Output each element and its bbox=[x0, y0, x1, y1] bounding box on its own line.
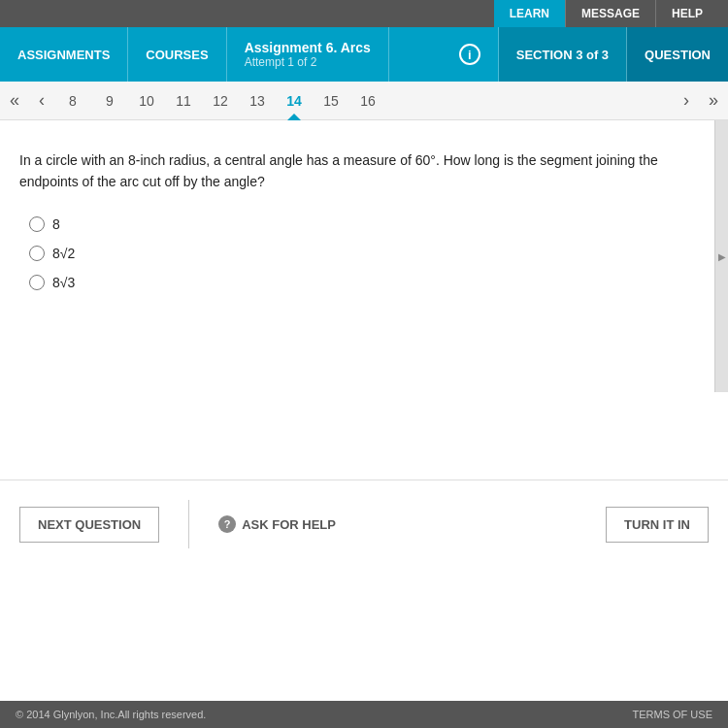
help-nav-item[interactable]: HELP bbox=[656, 0, 718, 27]
info-circle-icon: i bbox=[459, 44, 480, 65]
radio-option-3[interactable] bbox=[29, 275, 45, 290]
side-panel-handle[interactable]: ▶ bbox=[714, 120, 728, 392]
turn-it-in-button[interactable]: TURN IT IN bbox=[606, 507, 709, 543]
question-number-13[interactable]: 13 bbox=[239, 82, 276, 120]
first-question-button[interactable]: « bbox=[0, 82, 29, 119]
courses-nav-item[interactable]: COURSES bbox=[128, 27, 226, 82]
answer-option-3[interactable]: 8√3 bbox=[29, 275, 709, 290]
message-nav-item[interactable]: MESSAGE bbox=[566, 0, 656, 27]
action-bar-divider bbox=[188, 500, 189, 548]
answer-option-2[interactable]: 8√2 bbox=[29, 246, 709, 261]
option-3-label[interactable]: 8√3 bbox=[52, 275, 75, 290]
assignment-info: Assignment 6. Arcs Attempt 1 of 2 bbox=[227, 27, 389, 82]
question-number-15[interactable]: 15 bbox=[313, 82, 349, 120]
nav-spacer bbox=[389, 27, 442, 82]
info-icon-button[interactable]: i bbox=[442, 27, 499, 82]
answer-options: 8 8√2 8√3 bbox=[19, 216, 709, 290]
help-icon: ? bbox=[218, 515, 236, 533]
question-text: In a circle with an 8-inch radius, a cen… bbox=[19, 149, 709, 193]
question-number-10[interactable]: 10 bbox=[128, 82, 165, 120]
assignment-attempt: Attempt 1 of 2 bbox=[245, 55, 371, 69]
option-2-label[interactable]: 8√2 bbox=[52, 246, 75, 261]
content-wrapper: ▶ In a circle with an 8-inch radius, a c… bbox=[0, 120, 728, 568]
last-question-arrow-button[interactable]: » bbox=[699, 82, 728, 120]
next-question-arrow-button[interactable]: › bbox=[674, 82, 699, 120]
next-question-button[interactable]: NEXT QUESTION bbox=[19, 507, 159, 543]
question-nav-item[interactable]: QUESTION bbox=[627, 27, 728, 82]
action-bar: NEXT QUESTION ? ASK FOR HELP TURN IT IN bbox=[0, 480, 728, 568]
assignment-navigation: ASSIGNMENTS COURSES Assignment 6. Arcs A… bbox=[0, 27, 728, 82]
main-content: In a circle with an 8-inch radius, a cen… bbox=[0, 120, 728, 460]
assignment-title: Assignment 6. Arcs bbox=[245, 40, 371, 55]
prev-question-button[interactable]: ‹ bbox=[29, 82, 54, 119]
answer-option-1[interactable]: 8 bbox=[29, 216, 709, 232]
option-1-label[interactable]: 8 bbox=[52, 216, 60, 232]
question-number-14[interactable]: 14 bbox=[276, 82, 313, 120]
question-right-nav: › » bbox=[674, 82, 728, 120]
section-nav-item[interactable]: SECTION 3 of 3 bbox=[499, 27, 627, 82]
question-number-bar: « ‹ 8910111213141516 › » bbox=[0, 82, 728, 120]
question-number-9[interactable]: 9 bbox=[91, 82, 128, 120]
ask-help-label: ASK FOR HELP bbox=[242, 517, 336, 532]
question-number-11[interactable]: 11 bbox=[165, 82, 202, 120]
learn-nav-item[interactable]: LEARN bbox=[494, 0, 566, 27]
side-handle-icon: ▶ bbox=[718, 251, 726, 262]
radio-option-2[interactable] bbox=[29, 246, 45, 261]
question-numbers: 8910111213141516 bbox=[54, 82, 674, 120]
question-number-8[interactable]: 8 bbox=[54, 82, 91, 120]
top-navigation: LEARN MESSAGE HELP bbox=[0, 0, 728, 27]
question-number-12[interactable]: 12 bbox=[202, 82, 239, 120]
radio-option-1[interactable] bbox=[29, 216, 45, 232]
ask-for-help-button[interactable]: ? ASK FOR HELP bbox=[218, 515, 336, 533]
question-number-16[interactable]: 16 bbox=[349, 82, 386, 120]
assignments-nav-item[interactable]: ASSIGNMENTS bbox=[0, 27, 128, 82]
